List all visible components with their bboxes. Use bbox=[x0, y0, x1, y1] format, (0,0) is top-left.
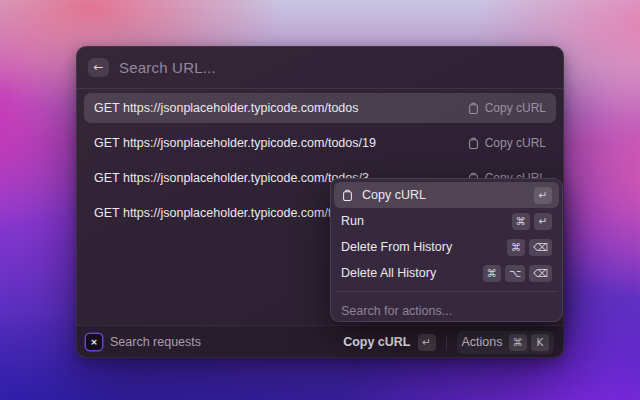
action-item-keys: ⌘⌫ bbox=[507, 239, 552, 256]
clipboard-icon bbox=[467, 102, 480, 115]
request-accessory: Copy cURL bbox=[467, 136, 546, 150]
key-badge: ⌫ bbox=[529, 239, 552, 256]
search-header: ← Search URL... bbox=[76, 46, 564, 88]
actions-divider bbox=[336, 291, 557, 292]
action-item-keys: ↵ bbox=[534, 187, 552, 204]
request-accessory: Copy cURL bbox=[467, 101, 546, 115]
return-key-icon: ↵ bbox=[418, 334, 436, 351]
request-accessory-label: Copy cURL bbox=[485, 136, 546, 150]
action-item-keys: ⌘⌥⌫ bbox=[483, 265, 552, 282]
action-item[interactable]: Delete All History ⌘⌥⌫ bbox=[334, 260, 559, 286]
key-badge: ⌘ bbox=[507, 239, 526, 256]
footer-separator bbox=[446, 335, 447, 349]
request-title: GET https://jsonplaceholder.typicode.com… bbox=[94, 171, 369, 185]
key-badge: ↵ bbox=[534, 187, 552, 204]
clipboard-icon bbox=[467, 137, 480, 150]
extension-icon: × bbox=[86, 334, 102, 350]
actions-search-input[interactable]: Search for actions... bbox=[334, 297, 559, 325]
action-item-keys: ⌘↵ bbox=[512, 213, 553, 230]
request-accessory-label: Copy cURL bbox=[485, 101, 546, 115]
actions-popover: Copy cURL ↵ Run ⌘↵ Delete From History ⌘… bbox=[330, 178, 563, 322]
actions-button-label: Actions bbox=[462, 335, 503, 349]
request-title: GET https://jsonplaceholder.typicode.com… bbox=[94, 101, 359, 115]
key-badge: ⌫ bbox=[529, 265, 552, 282]
request-row[interactable]: GET https://jsonplaceholder.typicode.com… bbox=[84, 128, 556, 158]
footer-bar: × Search requests Copy cURL ↵ Actions ⌘K bbox=[76, 325, 564, 358]
key-badge: K bbox=[531, 334, 549, 351]
action-item-label: Delete From History bbox=[341, 240, 452, 254]
key-badge: ⌘ bbox=[512, 213, 531, 230]
action-item[interactable]: Delete From History ⌘⌫ bbox=[334, 234, 559, 260]
actions-button-keys: ⌘K bbox=[509, 334, 550, 351]
actions-button[interactable]: Actions ⌘K bbox=[457, 331, 555, 354]
primary-action-label: Copy cURL bbox=[343, 335, 410, 349]
action-item[interactable]: Copy cURL ↵ bbox=[334, 182, 559, 208]
action-item-label: Delete All History bbox=[341, 266, 436, 280]
footer-command-label: Search requests bbox=[110, 335, 201, 349]
actions-list: Copy cURL ↵ Run ⌘↵ Delete From History ⌘… bbox=[334, 182, 559, 286]
back-arrow-icon: ← bbox=[93, 60, 103, 74]
key-badge: ⌘ bbox=[509, 334, 528, 351]
action-item[interactable]: Run ⌘↵ bbox=[334, 208, 559, 234]
key-badge: ↵ bbox=[534, 213, 552, 230]
back-button[interactable]: ← bbox=[88, 58, 109, 77]
clipboard-icon bbox=[341, 189, 354, 202]
action-item-label: Run bbox=[341, 214, 364, 228]
primary-action-button[interactable]: Copy cURL ↵ bbox=[343, 334, 435, 351]
request-title: GET https://jsonplaceholder.typicode.com… bbox=[94, 206, 369, 220]
action-item-label: Copy cURL bbox=[362, 188, 426, 202]
search-url-input[interactable]: Search URL... bbox=[119, 59, 552, 76]
command-palette-window: ← Search URL... GET https://jsonplacehol… bbox=[76, 46, 564, 358]
request-row[interactable]: GET https://jsonplaceholder.typicode.com… bbox=[84, 93, 556, 123]
request-title: GET https://jsonplaceholder.typicode.com… bbox=[94, 136, 376, 150]
key-badge: ⌥ bbox=[505, 265, 525, 282]
key-badge: ⌘ bbox=[483, 265, 502, 282]
